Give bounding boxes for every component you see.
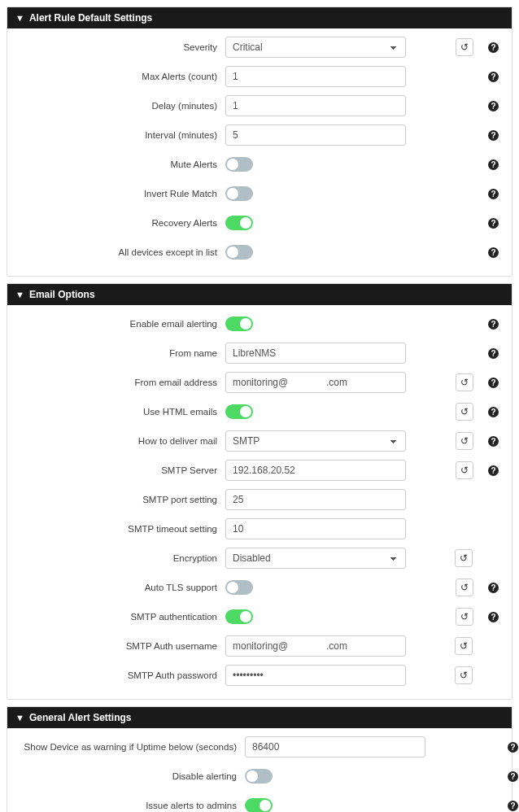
form-row-fromName: From name? [15, 343, 504, 364]
panel-title: Alert Rule Default Settings [29, 12, 152, 24]
admins-toggle[interactable] [245, 798, 273, 812]
panel-generalAlert: ▼General Alert SettingsShow Device as wa… [7, 706, 512, 812]
chevron-down-icon: ▼ [15, 13, 24, 23]
field-label: SMTP Auth username [15, 641, 225, 651]
smtpServer-input[interactable] [225, 460, 406, 481]
severity-select[interactable]: Critical [225, 37, 406, 58]
field-actions: ↻? [406, 373, 504, 391]
help-icon[interactable]: ? [508, 801, 518, 811]
reset-button[interactable]: ↻ [456, 432, 473, 450]
help-icon[interactable]: ? [488, 407, 499, 417]
form-row-autoTls: Auto TLS support↻? [15, 577, 504, 598]
help-icon[interactable]: ? [488, 101, 499, 111]
label-text: Recovery Alerts [151, 218, 217, 228]
invert-toggle[interactable] [225, 186, 253, 201]
form-row-smtpAuth: SMTP authentication↻? [15, 606, 504, 627]
smtpTimeout-input[interactable] [225, 518, 406, 539]
help-icon[interactable]: ? [488, 583, 499, 593]
mute-toggle[interactable] [225, 157, 253, 172]
autoTls-toggle[interactable] [225, 580, 253, 595]
enable-toggle[interactable] [225, 317, 253, 331]
fromName-input[interactable] [225, 343, 406, 364]
help-icon[interactable]: ? [488, 436, 499, 447]
panel-title: General Alert Settings [29, 712, 132, 723]
panel-body: Enable email alerting?From name?From ema… [7, 305, 512, 699]
field-control [225, 635, 406, 657]
help-icon[interactable]: ? [488, 42, 499, 53]
label-text: All devices except in list [119, 247, 217, 257]
label-text: SMTP authentication [130, 612, 217, 622]
disable-toggle[interactable] [245, 769, 273, 784]
field-control [225, 665, 406, 686]
help-icon[interactable]: ? [488, 189, 499, 199]
reset-button[interactable]: ↻ [455, 637, 473, 655]
reset-button[interactable]: ↻ [456, 38, 473, 56]
panel-header-alertRules[interactable]: ▼Alert Rule Default Settings [7, 7, 512, 28]
field-actions: ↻? [406, 38, 504, 56]
authPass-input[interactable] [225, 665, 406, 686]
help-icon[interactable]: ? [508, 771, 518, 782]
help-icon[interactable]: ? [488, 72, 499, 82]
help-icon[interactable]: ? [488, 247, 499, 258]
reset-button[interactable]: ↻ [456, 578, 473, 596]
delay-input[interactable] [225, 95, 406, 116]
reset-button[interactable]: ↻ [456, 403, 473, 421]
field-label: Severity [15, 42, 225, 52]
help-icon[interactable]: ? [488, 612, 499, 622]
reset-button[interactable]: ↻ [455, 549, 473, 567]
form-row-allExcept: All devices except in list? [15, 242, 504, 263]
field-control [225, 404, 406, 419]
form-row-deliver: How to deliver mailSMTP↻? [15, 430, 504, 452]
panel-header-generalAlert[interactable]: ▼General Alert Settings [7, 707, 512, 728]
field-actions: ? [406, 189, 504, 199]
reset-button[interactable]: ↻ [456, 461, 473, 479]
label-text: From name [169, 348, 217, 358]
help-icon[interactable]: ? [488, 130, 499, 141]
field-control [225, 157, 406, 172]
help-icon[interactable]: ? [488, 465, 499, 476]
maxAlerts-input[interactable] [225, 66, 406, 87]
label-text: Auto TLS support [145, 583, 217, 592]
uptime-input[interactable] [245, 736, 425, 757]
help-icon[interactable]: ? [508, 742, 518, 753]
allExcept-toggle[interactable] [225, 245, 253, 260]
form-row-severity: SeverityCritical↻? [15, 37, 504, 58]
htmlEmails-toggle[interactable] [225, 404, 253, 419]
smtpPort-input[interactable] [225, 489, 406, 510]
help-icon[interactable]: ? [488, 378, 499, 388]
fromEmail-input[interactable] [225, 372, 406, 393]
field-control [225, 216, 406, 230]
field-control [225, 518, 406, 539]
form-row-admins: Issue alerts to admins? [15, 795, 504, 812]
interval-input[interactable] [225, 124, 406, 146]
field-label: SMTP Auth password [15, 670, 225, 680]
deliver-select[interactable]: SMTP [225, 430, 406, 452]
label-text: Delay (minutes) [151, 101, 217, 111]
label-text: Disable alerting [172, 771, 237, 781]
label-text: Invert Rule Match [144, 189, 217, 199]
label-text: Mute Alerts [170, 159, 217, 169]
label-text: SMTP timeout setting [128, 524, 217, 534]
field-label: Use HTML emails [15, 407, 225, 417]
help-icon[interactable]: ? [488, 159, 499, 170]
field-actions: ? [406, 218, 504, 229]
field-control [225, 317, 406, 331]
smtpAuth-toggle[interactable] [225, 609, 253, 624]
help-icon[interactable]: ? [488, 218, 499, 229]
authUser-input[interactable] [225, 635, 406, 657]
panel-header-emailOptions[interactable]: ▼Email Options [7, 284, 512, 305]
label-text: How to deliver mail [138, 436, 217, 446]
field-label: Mute Alerts [15, 159, 225, 169]
field-control: SMTP [225, 430, 406, 452]
recovery-toggle[interactable] [225, 216, 253, 230]
reset-button[interactable]: ↻ [456, 373, 473, 391]
help-icon[interactable]: ? [488, 348, 499, 359]
reset-button[interactable]: ↻ [456, 608, 473, 626]
help-icon[interactable]: ? [488, 319, 499, 330]
panel-alertRules: ▼Alert Rule Default SettingsSeverityCrit… [7, 7, 512, 277]
reset-button[interactable]: ↻ [455, 666, 473, 684]
field-actions: ? [406, 72, 504, 82]
field-actions: ↻ [406, 666, 504, 684]
encryption-select[interactable]: Disabled [225, 548, 406, 569]
panel-body: Show Device as warning if Uptime below (… [7, 728, 512, 812]
